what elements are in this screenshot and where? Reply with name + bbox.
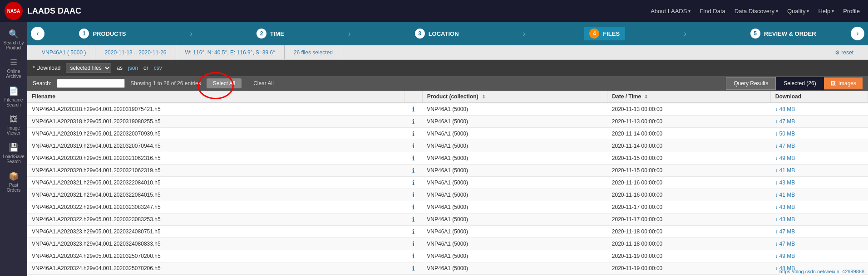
step-divider-3: ›	[523, 29, 525, 39]
info-icon[interactable]: ℹ	[412, 106, 414, 113]
info-icon[interactable]: ℹ	[412, 155, 414, 162]
download-link[interactable]: ↓ 47 MB	[775, 241, 863, 247]
download-link[interactable]: ↓ 50 MB	[775, 131, 863, 137]
nasa-logo: NASA	[5, 2, 23, 20]
time-link[interactable]: 2020-11-13 .. 2020-11-26	[104, 49, 166, 56]
sidebar-item-online-archive[interactable]: ☰ Online Archive	[0, 54, 27, 82]
summary-reset: ⚙ reset	[826, 45, 863, 59]
cell-info: ℹ	[404, 189, 422, 201]
cell-datetime: 2020-11-16 00:00:00	[607, 189, 770, 201]
cell-filename: VNP46A1.A2020322.h29v05.001.202032308325…	[27, 213, 404, 226]
wizard-step-products[interactable]: 1 PRODUCTS	[74, 27, 131, 40]
download-label: * Download	[33, 65, 60, 71]
cell-datetime: 2020-11-16 00:00:00	[607, 177, 770, 189]
tab-query-results[interactable]: Query Results	[726, 77, 776, 90]
cell-product: VNP46A1 (5000)	[422, 103, 607, 116]
sidebar-item-image-viewer[interactable]: 🖼 Image Viewer	[0, 111, 27, 139]
cell-info: ℹ	[404, 177, 422, 189]
or-label: or	[143, 65, 148, 71]
wizard-step-files[interactable]: 4 FILES	[584, 27, 625, 40]
table-row: VNP46A1.A2020318.h29v05.001.202031908025…	[27, 116, 868, 128]
info-icon[interactable]: ℹ	[412, 240, 414, 247]
footer-link[interactable]: https://blog.csdn.net/weixin_42999868	[779, 269, 864, 274]
wizard-step-time[interactable]: 2 TIME	[251, 27, 290, 40]
reset-button[interactable]: ⚙ reset	[835, 49, 853, 56]
file-table: Filename Product (collection) ⇕ Date / T…	[27, 91, 868, 275]
csv-link[interactable]: csv	[154, 65, 162, 71]
wizard-step-review[interactable]: 5 REVIEW & ORDER	[745, 27, 822, 40]
sort-icon-dt: ⇕	[644, 94, 648, 99]
cell-filename: VNP46A1.A2020321.h29v04.001.202032208401…	[27, 189, 404, 201]
download-link[interactable]: ↓ 49 MB	[775, 155, 863, 161]
tab-images[interactable]: 🖼 Images	[824, 77, 863, 89]
cell-filename: VNP46A1.A2020320.h29v04.001.202032106231…	[27, 165, 404, 177]
cell-download: ↓ 41 MB	[770, 189, 868, 201]
download-link[interactable]: ↓ 43 MB	[775, 204, 863, 210]
wizard-prev-button[interactable]: ‹	[31, 27, 44, 40]
summary-product: VNP46A1 ( 5000 )	[33, 45, 95, 59]
product-link[interactable]: VNP46A1 ( 5000 )	[42, 49, 86, 56]
nav-quality[interactable]: Quality ▾	[784, 6, 813, 16]
cell-product: VNP46A1 (5000)	[422, 177, 607, 189]
download-link[interactable]: ↓ 47 MB	[775, 118, 863, 125]
info-icon[interactable]: ℹ	[412, 167, 414, 174]
nav-help[interactable]: Help ▾	[814, 6, 838, 16]
sidebar-item-past-orders[interactable]: 📦 Past Orders	[0, 168, 27, 196]
cell-product: VNP46A1 (5000)	[422, 165, 607, 177]
nav-about-laads[interactable]: About LAADS ▾	[647, 6, 694, 16]
clear-all-button[interactable]: Clear All	[247, 78, 280, 88]
info-icon[interactable]: ℹ	[412, 216, 414, 223]
download-link[interactable]: ↓ 49 MB	[775, 253, 863, 259]
orders-icon: 📦	[9, 171, 19, 181]
step-divider-4: ›	[684, 29, 686, 39]
info-icon[interactable]: ℹ	[412, 252, 414, 260]
table-row: VNP46A1.A2020324.h29v04.001.202032507020…	[27, 262, 868, 275]
info-icon[interactable]: ℹ	[412, 142, 414, 150]
table-row: VNP46A1.A2020323.h29v05.001.202032408075…	[27, 226, 868, 238]
summary-location: W: 116°, N: 40.5°, E: 116.9°, S: 39.6°	[176, 45, 285, 59]
download-link[interactable]: ↓ 41 MB	[775, 192, 863, 198]
download-link[interactable]: ↓ 47 MB	[775, 228, 863, 235]
chevron-down-icon: ▾	[776, 9, 778, 14]
col-product[interactable]: Product (collection) ⇕	[422, 91, 607, 103]
cell-info: ℹ	[404, 152, 422, 165]
info-icon[interactable]: ℹ	[412, 203, 414, 211]
cell-datetime: 2020-11-17 00:00:00	[607, 213, 770, 226]
tab-selected[interactable]: Selected (26)	[776, 77, 824, 90]
download-link[interactable]: ↓ 43 MB	[775, 179, 863, 186]
sidebar-item-filename-search[interactable]: 📄 Filename Search	[0, 82, 27, 111]
cell-product: VNP46A1 (5000)	[422, 213, 607, 226]
wizard-next-button[interactable]: ›	[851, 27, 864, 40]
nav-data-discovery[interactable]: Data Discovery ▾	[731, 6, 782, 16]
download-link[interactable]: ↓ 48 MB	[775, 106, 863, 112]
download-type-select[interactable]: selected files all files	[66, 63, 111, 73]
info-icon[interactable]: ℹ	[412, 130, 414, 137]
main-content: ‹ 1 PRODUCTS › 2 TIME › 3 LOCATION ›	[27, 22, 868, 276]
info-icon[interactable]: ℹ	[412, 228, 414, 235]
download-link[interactable]: ↓ 41 MB	[775, 167, 863, 174]
sidebar-item-load-save-search[interactable]: 💾 Load/Save Search	[0, 139, 27, 168]
select-all-button[interactable]: Select All	[207, 78, 242, 88]
site-title: LAADS DAAC	[27, 6, 81, 16]
cell-filename: VNP46A1.A2020323.h29v05.001.202032408075…	[27, 226, 404, 238]
info-icon[interactable]: ℹ	[412, 118, 414, 125]
info-icon[interactable]: ℹ	[412, 179, 414, 186]
info-icon[interactable]: ℹ	[412, 191, 414, 199]
json-link[interactable]: json	[128, 65, 138, 71]
download-link[interactable]: ↓ 47 MB	[775, 143, 863, 149]
sidebar-item-search-by-product[interactable]: 🔍 Search by Product	[0, 25, 27, 54]
search-input[interactable]	[57, 79, 125, 88]
download-link[interactable]: ↓ 43 MB	[775, 216, 863, 223]
cell-product: VNP46A1 (5000)	[422, 128, 607, 140]
chevron-down-icon: ▾	[688, 9, 690, 14]
cell-product: VNP46A1 (5000)	[422, 238, 607, 250]
files-link[interactable]: 26 files selected	[294, 49, 333, 56]
col-datetime[interactable]: Date / Time ⇕	[607, 91, 770, 103]
info-icon[interactable]: ℹ	[412, 265, 414, 272]
location-link[interactable]: W: 116°, N: 40.5°, E: 116.9°, S: 39.6°	[185, 49, 275, 56]
nav-find-data[interactable]: Find Data	[696, 6, 729, 16]
col-filename[interactable]: Filename	[27, 91, 404, 103]
wizard-step-location[interactable]: 3 LOCATION	[409, 27, 464, 40]
nav-profile[interactable]: Profile	[839, 6, 863, 16]
cell-download: ↓ 47 MB	[770, 238, 868, 250]
